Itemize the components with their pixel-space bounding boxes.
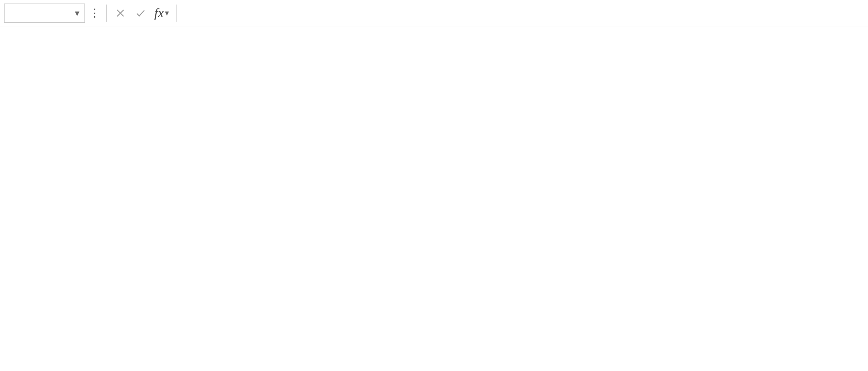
- cancel-formula-button[interactable]: [112, 5, 129, 22]
- divider: [176, 5, 177, 22]
- fx-icon: fx: [154, 6, 164, 21]
- chevron-down-icon[interactable]: ▾: [75, 8, 79, 19]
- x-icon: [115, 8, 126, 19]
- divider: [106, 5, 107, 22]
- check-icon: [135, 8, 146, 19]
- accept-formula-button[interactable]: [132, 5, 149, 22]
- insert-function-button[interactable]: fx ▾: [152, 6, 171, 21]
- formula-bar: ▾ ⋮ fx ▾: [0, 0, 868, 26]
- name-box[interactable]: ▾: [4, 4, 85, 23]
- chevron-down-icon[interactable]: ▾: [165, 8, 169, 18]
- name-box-resize-handle[interactable]: ⋮: [88, 8, 101, 19]
